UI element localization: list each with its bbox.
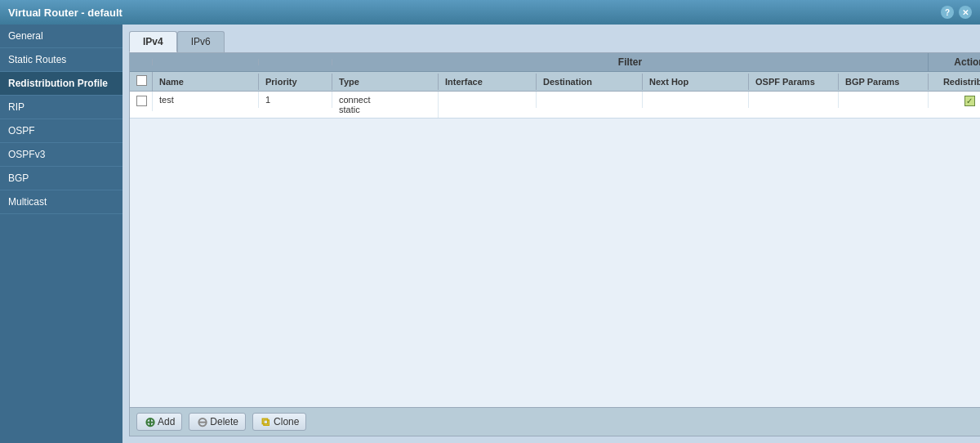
close-icon[interactable]: ✕ [959,6,972,19]
sidebar-item-static-routes[interactable]: Static Routes [0,48,122,72]
window-title: Virtual Router - default [8,7,122,19]
row-interface-cell [439,92,537,108]
title-bar: Virtual Router - default ? ✕ [0,0,980,25]
col-header-ospf: OSPF Params [749,74,839,90]
add-icon: ⊕ [144,416,155,427]
clone-icon: ⧉ [260,416,271,427]
table-body: test 1 connect static ✓ [130,92,980,407]
content-area: IPv4 IPv6 Filter Action Name Pr [122,25,980,443]
sidebar-item-redistribution-profile[interactable]: Redistribution Profile [0,72,122,96]
table-row: test 1 connect static ✓ [130,92,980,119]
col-header-nexthop: Next Hop [643,74,749,90]
sidebar-item-multicast[interactable]: Multicast [0,190,122,214]
bottom-toolbar: ⊕ Add ⊖ Delete ⧉ Clone [130,407,980,436]
select-all-checkbox[interactable] [136,75,147,86]
filter-label: Filter [332,53,929,71]
main-layout: General Static Routes Redistribution Pro… [0,25,980,443]
sidebar-item-ospfv3[interactable]: OSPFv3 [0,143,122,167]
col-header-name: Name [153,74,259,90]
column-headers: Name Priority Type Interface Destination… [130,72,980,92]
redistribute-checkbox-checked[interactable]: ✓ [964,96,975,106]
row-ospf-cell [749,92,839,108]
row-type-cell: connect static [332,92,439,118]
table-container: Filter Action Name Priority Type Interfa… [129,52,980,436]
row-destination-cell [537,92,643,108]
sidebar-item-bgp[interactable]: BGP [0,167,122,190]
col-header-type: Type [332,74,439,90]
tab-ipv4[interactable]: IPv4 [129,31,177,52]
col-header-redistribute: Redistribute [929,74,980,90]
tab-bar: IPv4 IPv6 [129,31,980,52]
row-redistribute-cell: ✓ [929,92,980,110]
col-header-destination: Destination [537,74,643,90]
row-bgp-cell [839,92,929,108]
add-button[interactable]: ⊕ Add [136,413,182,431]
sidebar: General Static Routes Redistribution Pro… [0,25,122,443]
col-header-select [130,72,153,91]
sidebar-item-rip[interactable]: RIP [0,96,122,119]
action-label: Action [929,53,980,71]
filter-header-row: Filter Action [130,53,980,72]
row-nexthop-cell [643,92,749,108]
header-priority-filler [259,59,332,65]
row-name-cell: test [153,92,259,108]
delete-icon: ⊖ [196,416,207,427]
col-header-bgp: BGP Params [839,74,929,90]
header-name-filler [153,59,259,65]
sidebar-item-general[interactable]: General [0,25,122,48]
col-header-priority: Priority [259,74,332,90]
row-checkbox[interactable] [136,96,147,106]
clone-button[interactable]: ⧉ Clone [252,413,306,431]
delete-button[interactable]: ⊖ Delete [189,413,246,431]
header-checkbox-col [130,59,153,65]
help-icon[interactable]: ? [941,6,954,19]
sidebar-item-ospf[interactable]: OSPF [0,119,122,143]
tab-ipv6[interactable]: IPv6 [177,31,225,52]
col-header-interface: Interface [439,74,537,90]
row-priority-cell: 1 [259,92,332,108]
row-checkbox-cell[interactable] [130,92,153,111]
